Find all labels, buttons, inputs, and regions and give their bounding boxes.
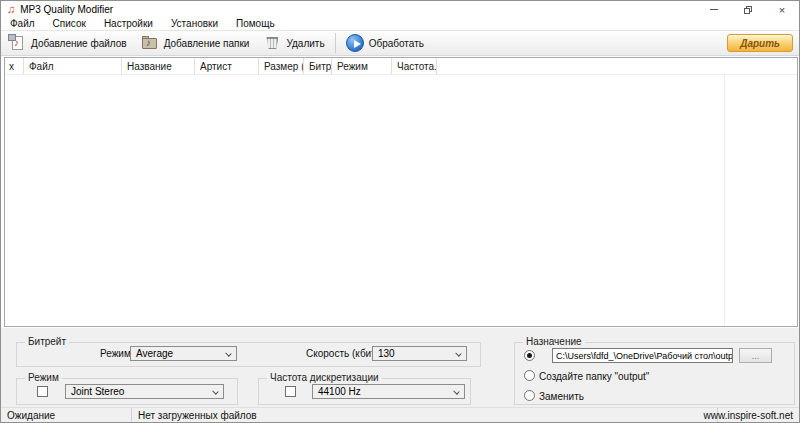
add-files-button[interactable]: ♪ Добавление файлов (1, 32, 134, 54)
list-grid-line (724, 75, 725, 326)
sample-rate-groupbox: Частота дискретизации 44100 Hz (258, 378, 471, 405)
toolbar-separator (335, 33, 336, 53)
add-files-label: Добавление файлов (31, 38, 127, 49)
trash-icon (263, 34, 281, 52)
create-folder-radio[interactable] (524, 370, 535, 381)
bitrate-speed-combobox[interactable]: 130 (372, 346, 467, 361)
bitrate-group-title: Битрейт (25, 336, 69, 348)
column-header-filler (437, 58, 797, 74)
close-icon: × (779, 4, 785, 16)
mode-value: Joint Stereo (71, 386, 124, 397)
mode-group-title: Режим (25, 372, 62, 384)
column-header-title[interactable]: Название (122, 58, 195, 74)
minimize-icon (710, 9, 718, 10)
play-icon (346, 34, 364, 52)
menu-help[interactable]: Помощь (227, 18, 284, 30)
status-files-info: Нет загруженных файлов (131, 408, 717, 422)
title-bar: ♫ MP3 Quality Modifier × (1, 1, 799, 18)
destination-groupbox: Назначение C:\Users\fdfd_\OneDrive\Рабоч… (514, 342, 795, 405)
column-header-bitrate[interactable]: Битр... (304, 58, 332, 74)
destination-group-title: Назначение (523, 336, 585, 348)
column-header-size[interactable]: Размер (... (259, 58, 304, 74)
menu-settings[interactable]: Настройки (95, 18, 162, 30)
column-header-mode[interactable]: Режим (332, 58, 392, 74)
create-folder-label: Создайте папку "output" (539, 371, 649, 382)
add-files-icon: ♪ (8, 34, 26, 52)
menu-options[interactable]: Установки (162, 18, 227, 30)
window-title: MP3 Quality Modifier (20, 4, 113, 15)
menu-list[interactable]: Список (44, 18, 95, 30)
sample-rate-checkbox[interactable] (285, 386, 296, 397)
column-header-frequency[interactable]: Частота... (392, 58, 437, 74)
column-header-check[interactable]: x (5, 58, 24, 74)
status-state: Ожидание (1, 408, 131, 422)
restore-icon (744, 6, 752, 14)
destination-path-radio[interactable] (524, 350, 535, 361)
restore-button[interactable] (731, 1, 765, 18)
menu-bar: Файл Список Настройки Установки Помощь (1, 18, 799, 30)
replace-radio[interactable] (524, 390, 535, 401)
file-list-body[interactable] (5, 75, 797, 326)
add-folder-icon: ♪ (141, 34, 159, 52)
minimize-button[interactable] (697, 1, 731, 18)
bitrate-speed-value: 130 (378, 348, 395, 359)
add-folder-label: Добавление папки (164, 38, 250, 49)
bitrate-mode-value: Average (136, 348, 173, 359)
browse-button[interactable]: ... (739, 348, 772, 363)
chevron-down-icon (453, 388, 459, 394)
donate-button[interactable]: Дарить (727, 34, 793, 52)
column-header-file[interactable]: Файл (24, 58, 122, 74)
sample-rate-combobox[interactable]: 44100 Hz (312, 384, 465, 399)
mode-combobox[interactable]: Joint Stereo (65, 384, 224, 399)
replace-label: Заменить (539, 391, 584, 402)
bitrate-groupbox: Битрейт Режим: Average Скорость (кбит/с)… (16, 342, 481, 367)
process-label: Обработать (369, 38, 424, 49)
mode-groupbox: Режим Joint Stereo (16, 378, 238, 405)
sample-rate-value: 44100 Hz (318, 386, 361, 397)
status-bar: Ожидание Нет загруженных файлов www.insp… (1, 407, 799, 422)
mode-checkbox[interactable] (37, 386, 48, 397)
process-button[interactable]: Обработать (339, 32, 431, 54)
delete-button[interactable]: Удалить (256, 32, 331, 54)
chevron-down-icon (225, 350, 231, 356)
app-window: ♫ MP3 Quality Modifier × Файл Список Нас… (0, 0, 800, 423)
chevron-down-icon (455, 350, 461, 356)
destination-path-input[interactable]: C:\Users\fdfd_\OneDrive\Рабочий стол\out… (552, 348, 733, 363)
delete-label: Удалить (286, 38, 324, 49)
menu-file[interactable]: Файл (1, 18, 44, 30)
bitrate-mode-combobox[interactable]: Average (130, 346, 237, 361)
sample-rate-group-title: Частота дискретизации (267, 372, 382, 384)
music-note-icon: ♫ (7, 1, 15, 18)
close-button[interactable]: × (765, 1, 799, 18)
settings-panel: Битрейт Режим: Average Скорость (кбит/с)… (1, 328, 799, 409)
column-header-artist[interactable]: Артист (195, 58, 259, 74)
caption-buttons: × (697, 1, 799, 18)
toolbar: ♪ Добавление файлов ♪ Добавление папки У… (1, 30, 799, 56)
chevron-down-icon (212, 388, 218, 394)
bitrate-mode-label: Режим: (100, 348, 134, 359)
file-list: x Файл Название Артист Размер (... Битр.… (4, 57, 798, 327)
add-folder-button[interactable]: ♪ Добавление папки (134, 32, 257, 54)
status-website-link[interactable]: www.inspire-soft.net (717, 408, 799, 422)
file-list-header: x Файл Название Артист Размер (... Битр.… (5, 58, 797, 75)
